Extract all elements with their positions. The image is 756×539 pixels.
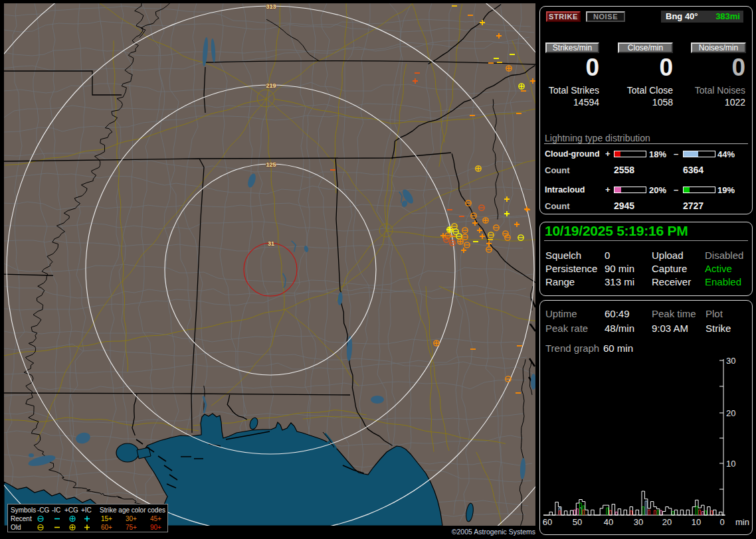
svg-text:50: 50: [573, 517, 582, 527]
svg-text:60: 60: [543, 517, 552, 527]
svg-text:30: 30: [634, 517, 643, 527]
svg-text:Recent: Recent: [11, 515, 32, 522]
svg-text:10: 10: [692, 517, 701, 527]
svg-text:Old: Old: [11, 524, 21, 531]
svg-text:Strike age color codes: Strike age color codes: [100, 506, 165, 514]
svg-text:15+: 15+: [101, 515, 112, 522]
svg-text:31: 31: [268, 240, 274, 247]
svg-text:min: min: [735, 517, 749, 527]
svg-text:125: 125: [266, 161, 276, 168]
svg-text:-IC: -IC: [52, 506, 60, 514]
svg-text:20: 20: [726, 408, 735, 418]
svg-text:90+: 90+: [150, 524, 161, 531]
svg-text:30: 30: [726, 356, 735, 366]
svg-text:313: 313: [266, 3, 276, 10]
svg-text:60+: 60+: [101, 524, 112, 531]
svg-text:+CG: +CG: [64, 506, 78, 514]
svg-text:-CG: -CG: [37, 506, 50, 514]
svg-text:10: 10: [726, 459, 735, 469]
svg-text:30+: 30+: [126, 515, 137, 522]
svg-text:45+: 45+: [150, 515, 161, 522]
svg-text:20: 20: [662, 517, 672, 527]
svg-text:Symbols: Symbols: [11, 506, 36, 514]
svg-text:75+: 75+: [126, 524, 137, 531]
svg-text:0: 0: [719, 517, 724, 527]
svg-text:219: 219: [266, 82, 276, 89]
svg-text:+IC: +IC: [81, 506, 92, 514]
svg-text:40: 40: [604, 517, 613, 527]
